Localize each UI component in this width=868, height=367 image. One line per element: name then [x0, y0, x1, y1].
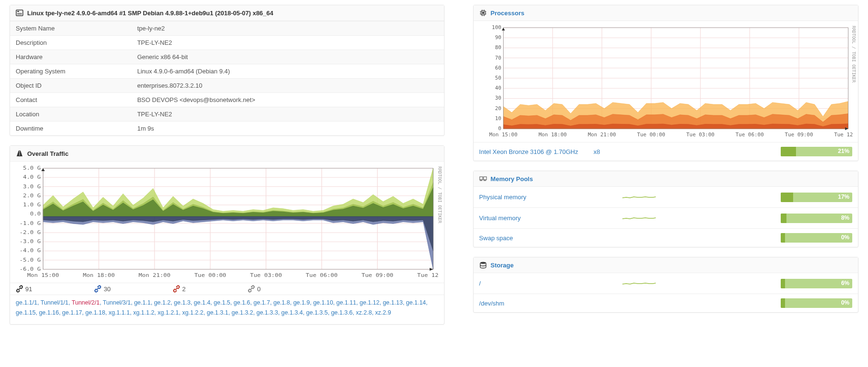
svg-text:40: 40 [495, 85, 501, 91]
usage-row: Virtual memory 8% [474, 207, 858, 228]
interface-link[interactable]: ge.1.8 [273, 299, 290, 306]
usage-row: Swap space 0% [474, 228, 858, 247]
info-value: Linux 4.9.0-6-amd64 (Debian 9.4) [132, 64, 444, 79]
interface-link[interactable]: Tunnel/1/1 [41, 299, 69, 306]
interface-link[interactable]: ge.1.3.1 [207, 309, 228, 316]
svg-text:2.0 G: 2.0 G [23, 193, 41, 199]
memory-panel: Memory Pools Physical memory 17% Virtual… [473, 171, 858, 247]
interface-link[interactable]: ge.1.18 [85, 309, 105, 316]
info-key: Description [10, 36, 132, 50]
rrd-watermark: RRDTOOL / TOBI OETIKER [437, 166, 442, 223]
interface-link[interactable]: ge.1.1/1 [16, 299, 37, 306]
storage-icon [479, 261, 487, 269]
svg-text:70: 70 [495, 55, 501, 60]
usage-bar: 8% [781, 214, 852, 223]
interface-link[interactable]: xg.1.1.2 [133, 309, 154, 316]
interface-link[interactable]: ge.1.16 [39, 309, 59, 316]
interface-link[interactable]: ge.1.4 [194, 299, 210, 306]
usage-name[interactable]: /dev/shm [479, 300, 505, 307]
svg-text:-6.0 G: -6.0 G [20, 266, 41, 272]
interface-link[interactable]: xg.1.2.1 [158, 309, 179, 316]
info-key: Hardware [10, 50, 132, 64]
svg-text:0: 0 [498, 125, 501, 131]
interface-link[interactable]: ge.1.11 [336, 299, 356, 306]
interface-link[interactable]: ge.1.2 [154, 299, 171, 306]
interface-count-333[interactable]: 91 [16, 285, 32, 293]
interface-count-888[interactable]: 0 [248, 285, 260, 293]
interface-link[interactable]: ge.1.3.6 [331, 309, 352, 316]
info-key: Operating System [10, 64, 132, 79]
processors-chart: 1009080706050403020100Mon 15:00Mon 18:00… [478, 25, 853, 139]
usage-name[interactable]: Swap space [479, 234, 513, 242]
interface-link[interactable]: xz.2.9 [375, 309, 391, 316]
svg-text:10: 10 [495, 115, 501, 121]
info-key: Downtime [10, 122, 132, 136]
interface-link[interactable]: xz.2.8 [356, 309, 372, 316]
svg-text:Mon 15:00: Mon 15:00 [489, 132, 517, 137]
svg-text:5.0 G: 5.0 G [23, 165, 41, 171]
usage-name[interactable]: / [479, 280, 481, 287]
interface-count-2a5db0[interactable]: 30 [94, 285, 110, 293]
interface-link[interactable]: ge.1.5 [214, 299, 230, 306]
interface-link[interactable]: ge.1.17 [62, 309, 82, 316]
svg-text:30: 30 [495, 95, 501, 101]
memory-icon [479, 175, 487, 183]
svg-text:Mon 21:00: Mon 21:00 [139, 273, 171, 278]
info-key: Location [10, 107, 132, 122]
memory-title[interactable]: Memory Pools [491, 175, 533, 183]
svg-text:Mon 18:00: Mon 18:00 [83, 273, 115, 278]
svg-rect-1 [17, 11, 19, 12]
svg-text:Mon 18:00: Mon 18:00 [538, 132, 567, 137]
usage-bar: 17% [781, 193, 852, 202]
interface-link[interactable]: ge.1.15 [16, 309, 36, 316]
interface-link[interactable]: xg.1.2.2 [182, 309, 203, 316]
interface-link[interactable]: Tunnel/3/1 [103, 299, 131, 306]
usage-name[interactable]: Virtual memory [479, 214, 521, 222]
sparkline [622, 277, 781, 289]
svg-text:Tue 12:00: Tue 12:00 [417, 273, 439, 278]
interface-link[interactable]: ge.1.7 [253, 299, 270, 306]
svg-text:-1.0 G: -1.0 G [20, 221, 41, 226]
processor-count: x8 [594, 148, 622, 155]
interface-link[interactable]: ge.1.3.5 [306, 309, 328, 316]
interface-link[interactable]: ge.1.3 [174, 299, 191, 306]
svg-rect-96 [479, 177, 482, 180]
info-value: TPE-LY-NE2 [132, 36, 444, 50]
interface-link[interactable]: ge.1.12 [360, 299, 380, 306]
interface-link[interactable]: ge.1.10 [313, 299, 333, 306]
svg-text:100: 100 [492, 25, 501, 30]
usage-row: /dev/shm 0% [474, 294, 858, 312]
svg-text:Tue 12:00: Tue 12:00 [834, 132, 853, 137]
interface-link[interactable]: ge.1.13 [383, 299, 403, 306]
interface-link[interactable]: Tunnel/2/1 [72, 299, 100, 306]
processor-name[interactable]: Intel Xeon Bronze 3106 @ 1.70GHz [479, 148, 579, 155]
info-value: BSO DEVOPS <devops@bsonetwork.net> [132, 93, 444, 107]
interface-count-c0392b[interactable]: 2 [173, 285, 186, 293]
svg-text:Mon 21:00: Mon 21:00 [588, 132, 616, 137]
storage-title[interactable]: Storage [491, 262, 514, 269]
interface-link[interactable]: ge.1.1 [134, 299, 151, 306]
interface-link[interactable]: ge.1.9 [293, 299, 310, 306]
interface-link[interactable]: xg.1.1.1 [109, 309, 130, 316]
usage-name[interactable]: Physical memory [479, 194, 527, 201]
svg-text:-5.0 G: -5.0 G [20, 257, 41, 263]
info-value: 1m 9s [132, 122, 444, 136]
processors-title[interactable]: Processors [491, 10, 525, 17]
interface-link[interactable]: ge.1.6 [234, 299, 250, 306]
traffic-title: Overall Traffic [27, 150, 69, 157]
svg-text:4.0 G: 4.0 G [23, 174, 41, 180]
svg-text:-4.0 G: -4.0 G [20, 248, 41, 254]
svg-text:Tue 09:00: Tue 09:00 [362, 273, 393, 278]
interface-link[interactable]: ge.1.3.3 [257, 309, 278, 316]
interface-link[interactable]: ge.1.3.4 [281, 309, 303, 316]
interface-list: ge.1.1/1, Tunnel/1/1, Tunnel/2/1, Tunnel… [10, 295, 444, 324]
usage-bar: 6% [781, 279, 852, 288]
interface-link[interactable]: ge.1.14 [406, 299, 426, 306]
svg-rect-0 [16, 10, 23, 16]
info-value: Generic x86 64-bit [132, 50, 444, 64]
storage-panel: Storage / 6% /dev/shm 0% [473, 257, 858, 313]
interface-link[interactable]: ge.1.3.2 [232, 309, 253, 316]
svg-text:Tue 00:00: Tue 00:00 [637, 132, 665, 137]
svg-text:Tue 00:00: Tue 00:00 [194, 273, 226, 278]
info-value: tpe-ly-ne2 [132, 21, 444, 36]
